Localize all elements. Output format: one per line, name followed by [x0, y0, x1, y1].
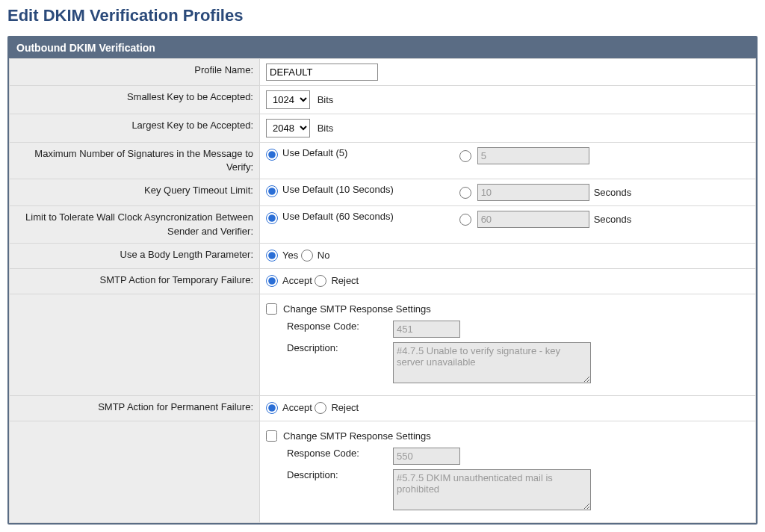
- temp-description-textarea[interactable]: [393, 342, 591, 383]
- body-length-yes-radio[interactable]: [266, 250, 278, 262]
- perm-failure-accept-label: Accept: [282, 402, 312, 413]
- perm-response-code-label: Response Code:: [266, 448, 393, 459]
- settings-table: Profile Name: Smallest Key to be Accepte…: [9, 58, 756, 523]
- perm-failure-accept-radio[interactable]: [266, 402, 278, 414]
- perm-change-smtp-label: Change SMTP Response Settings: [283, 430, 431, 442]
- perm-description-label: Description:: [266, 469, 393, 480]
- temp-failure-reject-label: Reject: [331, 275, 359, 286]
- profile-name-input[interactable]: [266, 64, 378, 81]
- temp-failure-accept-radio[interactable]: [266, 275, 278, 287]
- label-temp-failure-smtp-blank: [10, 294, 260, 395]
- bits-unit: Bits: [318, 94, 334, 105]
- page-title: Edit DKIM Verification Profiles: [7, 6, 758, 25]
- kqt-default-radio[interactable]: [266, 185, 278, 197]
- temp-response-code-label: Response Code:: [266, 321, 393, 332]
- max-sigs-default-label: Use Default (5): [282, 147, 347, 158]
- max-sigs-custom-input[interactable]: [477, 147, 589, 164]
- temp-failure-accept-label: Accept: [282, 275, 312, 286]
- label-max-sigs: Maximum Number of Signatures in the Mess…: [10, 143, 260, 179]
- body-length-no-radio[interactable]: [301, 250, 313, 262]
- temp-failure-reject-radio[interactable]: [315, 275, 326, 287]
- perm-failure-reject-label: Reject: [331, 402, 359, 413]
- temp-change-smtp-checkbox[interactable]: [266, 303, 277, 315]
- clk-default-radio[interactable]: [266, 212, 278, 224]
- perm-response-code-input[interactable]: [393, 448, 460, 465]
- outbound-dkim-panel: Outbound DKIM Verification Profile Name:…: [7, 36, 758, 525]
- label-key-query-timeout: Key Query Timeout Limit:: [10, 179, 260, 206]
- label-perm-failure-smtp-blank: [10, 421, 260, 522]
- seconds-unit: Seconds: [594, 214, 632, 225]
- max-sigs-custom-radio[interactable]: [459, 150, 471, 162]
- seconds-unit: Seconds: [594, 187, 632, 198]
- bits-unit: Bits: [318, 123, 334, 134]
- label-body-length: Use a Body Length Parameter:: [10, 243, 260, 268]
- largest-key-select[interactable]: 2048: [266, 119, 310, 137]
- perm-description-textarea[interactable]: [393, 469, 591, 510]
- temp-change-smtp-label: Change SMTP Response Settings: [283, 303, 431, 315]
- panel-header: Outbound DKIM Verification: [9, 37, 756, 58]
- label-profile-name: Profile Name:: [10, 59, 260, 86]
- label-perm-failure: SMTP Action for Permanent Failure:: [10, 395, 260, 421]
- smallest-key-select[interactable]: 1024: [266, 90, 310, 109]
- body-length-yes-label: Yes: [282, 250, 298, 261]
- label-largest-key: Largest Key to be Accepted:: [10, 114, 260, 143]
- clk-custom-radio[interactable]: [459, 214, 471, 226]
- temp-description-label: Description:: [266, 342, 393, 353]
- perm-change-smtp-checkbox[interactable]: [266, 430, 277, 442]
- body-length-no-label: No: [318, 250, 330, 261]
- label-temp-failure: SMTP Action for Temporary Failure:: [10, 268, 260, 294]
- label-clock-limit: Limit to Tolerate Wall Clock Asyncroniza…: [10, 206, 260, 243]
- clk-custom-input[interactable]: [477, 211, 589, 228]
- kqt-default-label: Use Default (10 Seconds): [282, 184, 394, 195]
- max-sigs-default-radio[interactable]: [266, 149, 278, 161]
- temp-response-code-input[interactable]: [393, 321, 460, 338]
- perm-failure-reject-radio[interactable]: [315, 402, 326, 414]
- kqt-custom-input[interactable]: [477, 184, 589, 201]
- kqt-custom-radio[interactable]: [459, 187, 471, 199]
- label-smallest-key: Smallest Key to be Accepted:: [10, 86, 260, 114]
- clk-default-label: Use Default (60 Seconds): [282, 211, 394, 222]
